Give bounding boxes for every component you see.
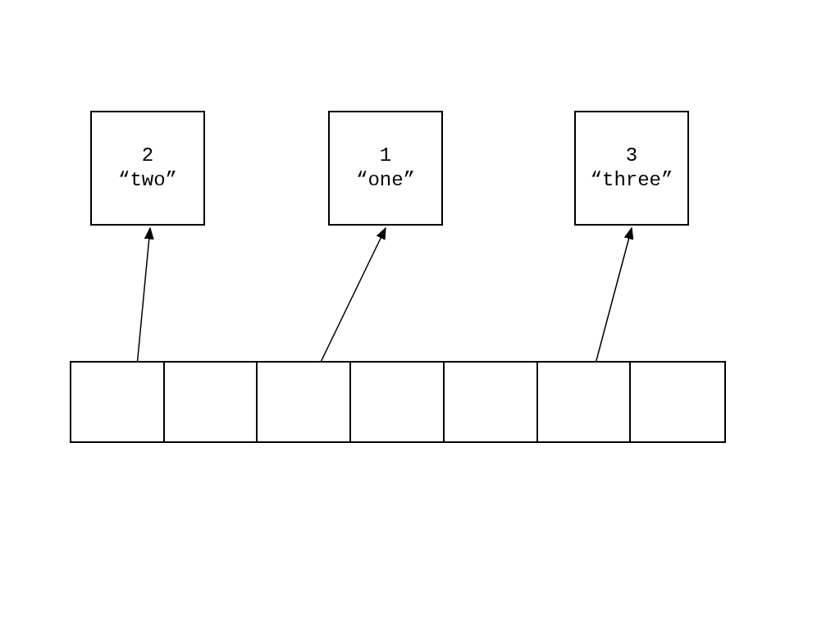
arrows-layer: [0, 0, 840, 630]
array-cell: [631, 363, 724, 441]
diagram-stage: 2 “two” 1 “one” 3 “three”: [0, 0, 840, 630]
array-box: [70, 361, 726, 443]
node-string: “two”: [118, 168, 177, 193]
node-number: 1: [380, 144, 391, 168]
node-box-0: 2 “two”: [90, 111, 205, 226]
array-cell: [71, 363, 165, 441]
node-number: 2: [142, 144, 153, 168]
node-number: 3: [626, 144, 637, 168]
array-cell: [351, 363, 445, 441]
array-cell: [165, 363, 258, 441]
array-cell: [538, 363, 632, 441]
node-box-2: 3 “three”: [574, 111, 689, 226]
node-box-1: 1 “one”: [328, 111, 443, 226]
node-string: “three”: [591, 168, 673, 193]
array-cell: [258, 363, 351, 441]
array-cell: [445, 363, 538, 441]
node-string: “one”: [356, 168, 415, 193]
